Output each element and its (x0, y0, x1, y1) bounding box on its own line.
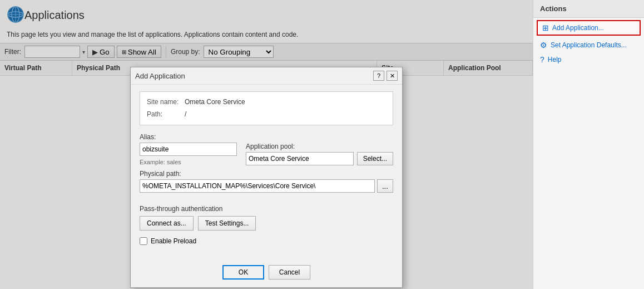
sidebar-help-label: Help (548, 56, 562, 63)
alias-group: Alias: Example: sales (140, 133, 237, 165)
path-browse-button[interactable]: ... (377, 179, 393, 193)
modal-overlay: Add Application ? ✕ Site name: Ometa Cor… (0, 0, 533, 289)
cancel-button[interactable]: Cancel (269, 265, 310, 280)
apppool-input[interactable] (246, 152, 354, 165)
dialog-close-button[interactable]: ✕ (387, 71, 398, 81)
path-label: Path: (147, 109, 180, 121)
path-value: / (185, 109, 186, 121)
add-application-icon: ⊞ (542, 23, 549, 32)
alias-example: Example: sales (140, 159, 237, 165)
physical-path-row: ... (140, 179, 393, 193)
physical-path-group: Physical path: ... (140, 170, 393, 200)
select-button[interactable]: Select... (357, 152, 393, 165)
path-row-info: Path: / (147, 109, 386, 121)
site-name-label: Site name: (147, 96, 180, 109)
enable-preload-row: Enable Preload (140, 237, 393, 245)
dialog-help-button[interactable]: ? (373, 71, 384, 81)
apppool-group: Application pool: Select... (246, 143, 393, 165)
auth-buttons: Connect as... Test Settings... (140, 216, 393, 231)
sidebar-title: Actions (533, 0, 644, 18)
sidebar-item-add-application[interactable]: ⊞ Add Application... (537, 20, 641, 36)
dialog-controls: ? ✕ (373, 71, 398, 81)
dialog-title: Add Application (135, 72, 185, 80)
dialog-titlebar: Add Application ? ✕ (131, 67, 402, 85)
sidebar-item-help[interactable]: ? Help (533, 52, 644, 67)
site-name-value: Ometa Core Service (185, 96, 245, 109)
physical-path-input[interactable] (140, 179, 375, 193)
sidebar-add-application-label: Add Application... (552, 24, 604, 32)
set-defaults-icon: ⚙ (540, 41, 547, 50)
alias-apppool-row: Alias: Example: sales Application pool: … (140, 133, 393, 165)
ok-button[interactable]: OK (222, 265, 264, 280)
sidebar-item-set-defaults[interactable]: ⚙ Set Application Defaults... (533, 38, 644, 52)
sidebar: Actions ⊞ Add Application... ⚙ Set Appli… (533, 0, 644, 289)
enable-preload-checkbox[interactable] (140, 237, 147, 245)
connect-as-button[interactable]: Connect as... (140, 216, 194, 231)
test-settings-button[interactable]: Test Settings... (198, 216, 256, 231)
sidebar-set-defaults-label: Set Application Defaults... (551, 41, 627, 49)
apppool-label: Application pool: (246, 143, 393, 150)
enable-preload-label[interactable]: Enable Preload (151, 237, 196, 245)
help-icon: ? (540, 55, 544, 64)
alias-label: Alias: (140, 133, 237, 141)
dialog-body: Site name: Ometa Core Service Path: / Al… (131, 85, 402, 261)
add-application-dialog: Add Application ? ✕ Site name: Ometa Cor… (130, 67, 403, 288)
pass-through-title: Pass-through authentication (140, 205, 393, 213)
site-info-box: Site name: Ometa Core Service Path: / (140, 91, 393, 125)
alias-input[interactable] (140, 143, 237, 156)
site-name-row: Site name: Ometa Core Service (147, 96, 386, 109)
physical-path-label: Physical path: (140, 170, 393, 178)
dialog-footer: OK Cancel (131, 261, 402, 287)
